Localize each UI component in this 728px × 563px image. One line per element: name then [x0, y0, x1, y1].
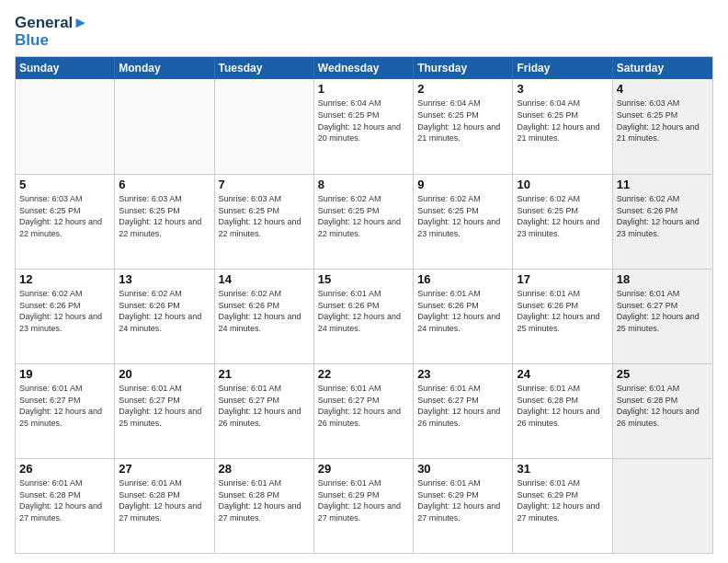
cal-cell-day-2: 2Sunrise: 6:04 AM Sunset: 6:25 PM Daylig…: [414, 79, 513, 174]
day-info: Sunrise: 6:01 AM Sunset: 6:28 PM Dayligh…: [617, 383, 709, 429]
day-info: Sunrise: 6:01 AM Sunset: 6:29 PM Dayligh…: [517, 477, 608, 523]
calendar-body: 1Sunrise: 6:04 AM Sunset: 6:25 PM Daylig…: [16, 79, 712, 553]
cal-cell-day-27: 27Sunrise: 6:01 AM Sunset: 6:28 PM Dayli…: [115, 459, 214, 553]
day-number: 2: [417, 82, 508, 96]
header: General► Blue: [15, 15, 713, 49]
day-info: Sunrise: 6:02 AM Sunset: 6:26 PM Dayligh…: [617, 193, 709, 239]
day-number: 8: [318, 178, 409, 191]
day-number: 18: [617, 272, 709, 286]
day-number: 30: [417, 462, 508, 476]
cal-cell-day-17: 17Sunrise: 6:01 AM Sunset: 6:26 PM Dayli…: [513, 270, 612, 363]
cal-cell-day-18: 18Sunrise: 6:01 AM Sunset: 6:27 PM Dayli…: [613, 270, 712, 363]
cal-cell-day-8: 8Sunrise: 6:02 AM Sunset: 6:25 PM Daylig…: [314, 175, 414, 269]
cal-cell-day-31: 31Sunrise: 6:01 AM Sunset: 6:29 PM Dayli…: [513, 459, 612, 553]
day-info: Sunrise: 6:03 AM Sunset: 6:25 PM Dayligh…: [119, 193, 210, 239]
day-number: 14: [219, 272, 310, 286]
day-info: Sunrise: 6:02 AM Sunset: 6:25 PM Dayligh…: [417, 193, 508, 239]
cal-cell-day-3: 3Sunrise: 6:04 AM Sunset: 6:25 PM Daylig…: [513, 79, 612, 174]
day-number: 9: [417, 178, 508, 191]
day-number: 7: [219, 178, 310, 191]
cal-cell-day-12: 12Sunrise: 6:02 AM Sunset: 6:26 PM Dayli…: [16, 270, 115, 363]
day-info: Sunrise: 6:02 AM Sunset: 6:26 PM Dayligh…: [219, 288, 310, 334]
day-info: Sunrise: 6:01 AM Sunset: 6:27 PM Dayligh…: [417, 383, 508, 429]
day-info: Sunrise: 6:01 AM Sunset: 6:28 PM Dayligh…: [119, 477, 210, 523]
day-info: Sunrise: 6:02 AM Sunset: 6:25 PM Dayligh…: [517, 193, 608, 239]
day-number: 19: [19, 367, 110, 381]
day-info: Sunrise: 6:04 AM Sunset: 6:25 PM Dayligh…: [517, 98, 608, 144]
day-number: 3: [517, 82, 608, 96]
header-day-monday: Monday: [115, 57, 214, 79]
day-number: 23: [417, 367, 508, 381]
cal-cell-day-21: 21Sunrise: 6:01 AM Sunset: 6:27 PM Dayli…: [215, 364, 314, 458]
cal-cell-day-24: 24Sunrise: 6:01 AM Sunset: 6:28 PM Dayli…: [513, 364, 612, 458]
cal-cell-day-4: 4Sunrise: 6:03 AM Sunset: 6:25 PM Daylig…: [613, 79, 712, 174]
day-info: Sunrise: 6:01 AM Sunset: 6:28 PM Dayligh…: [517, 383, 608, 429]
day-number: 28: [219, 462, 310, 476]
day-number: 27: [119, 462, 210, 476]
day-number: 12: [19, 272, 110, 286]
day-info: Sunrise: 6:03 AM Sunset: 6:25 PM Dayligh…: [617, 98, 709, 144]
day-info: Sunrise: 6:01 AM Sunset: 6:29 PM Dayligh…: [318, 477, 409, 523]
day-number: 1: [318, 82, 409, 96]
day-number: 20: [119, 367, 210, 381]
day-number: 31: [517, 462, 608, 476]
header-day-sunday: Sunday: [16, 57, 115, 79]
page: General► Blue SundayMondayTuesdayWednesd…: [0, 0, 728, 563]
day-number: 24: [517, 367, 608, 381]
calendar: SundayMondayTuesdayWednesdayThursdayFrid…: [15, 56, 713, 554]
day-info: Sunrise: 6:01 AM Sunset: 6:27 PM Dayligh…: [19, 383, 110, 429]
cal-cell-day-25: 25Sunrise: 6:01 AM Sunset: 6:28 PM Dayli…: [613, 364, 712, 458]
header-day-thursday: Thursday: [414, 57, 513, 79]
cal-cell-day-19: 19Sunrise: 6:01 AM Sunset: 6:27 PM Dayli…: [16, 364, 115, 458]
cal-cell-day-22: 22Sunrise: 6:01 AM Sunset: 6:27 PM Dayli…: [314, 364, 414, 458]
day-info: Sunrise: 6:03 AM Sunset: 6:25 PM Dayligh…: [19, 193, 110, 239]
cal-cell-day-6: 6Sunrise: 6:03 AM Sunset: 6:25 PM Daylig…: [115, 175, 214, 269]
cal-cell-day-7: 7Sunrise: 6:03 AM Sunset: 6:25 PM Daylig…: [215, 175, 314, 269]
day-number: 4: [617, 82, 709, 96]
day-info: Sunrise: 6:01 AM Sunset: 6:28 PM Dayligh…: [19, 477, 110, 523]
cal-cell-empty: [115, 79, 214, 174]
day-info: Sunrise: 6:02 AM Sunset: 6:25 PM Dayligh…: [318, 193, 409, 239]
cal-cell-day-29: 29Sunrise: 6:01 AM Sunset: 6:29 PM Dayli…: [314, 459, 414, 553]
header-day-friday: Friday: [513, 57, 612, 79]
header-day-wednesday: Wednesday: [314, 57, 414, 79]
day-info: Sunrise: 6:02 AM Sunset: 6:26 PM Dayligh…: [119, 288, 210, 334]
day-info: Sunrise: 6:01 AM Sunset: 6:29 PM Dayligh…: [417, 477, 508, 523]
day-info: Sunrise: 6:01 AM Sunset: 6:27 PM Dayligh…: [219, 383, 310, 429]
cal-cell-day-5: 5Sunrise: 6:03 AM Sunset: 6:25 PM Daylig…: [16, 175, 115, 269]
day-number: 10: [517, 178, 608, 191]
logo: General► Blue: [15, 15, 88, 49]
day-number: 29: [318, 462, 409, 476]
week-row-4: 19Sunrise: 6:01 AM Sunset: 6:27 PM Dayli…: [16, 363, 712, 458]
week-row-3: 12Sunrise: 6:02 AM Sunset: 6:26 PM Dayli…: [16, 269, 712, 363]
week-row-5: 26Sunrise: 6:01 AM Sunset: 6:28 PM Dayli…: [16, 458, 712, 553]
week-row-1: 1Sunrise: 6:04 AM Sunset: 6:25 PM Daylig…: [16, 79, 712, 174]
cal-cell-day-16: 16Sunrise: 6:01 AM Sunset: 6:26 PM Dayli…: [414, 270, 513, 363]
day-number: 22: [318, 367, 409, 381]
day-info: Sunrise: 6:01 AM Sunset: 6:27 PM Dayligh…: [617, 288, 709, 334]
day-info: Sunrise: 6:01 AM Sunset: 6:28 PM Dayligh…: [219, 477, 310, 523]
cal-cell-day-10: 10Sunrise: 6:02 AM Sunset: 6:25 PM Dayli…: [513, 175, 612, 269]
day-info: Sunrise: 6:01 AM Sunset: 6:27 PM Dayligh…: [119, 383, 210, 429]
header-day-saturday: Saturday: [613, 57, 712, 79]
day-number: 5: [19, 178, 110, 191]
cal-cell-empty: [613, 459, 712, 553]
day-number: 17: [517, 272, 608, 286]
cal-cell-day-9: 9Sunrise: 6:02 AM Sunset: 6:25 PM Daylig…: [414, 175, 513, 269]
calendar-header: SundayMondayTuesdayWednesdayThursdayFrid…: [16, 57, 712, 79]
cal-cell-day-13: 13Sunrise: 6:02 AM Sunset: 6:26 PM Dayli…: [115, 270, 214, 363]
cal-cell-day-30: 30Sunrise: 6:01 AM Sunset: 6:29 PM Dayli…: [414, 459, 513, 553]
cal-cell-day-28: 28Sunrise: 6:01 AM Sunset: 6:28 PM Dayli…: [215, 459, 314, 553]
cal-cell-day-23: 23Sunrise: 6:01 AM Sunset: 6:27 PM Dayli…: [414, 364, 513, 458]
day-number: 13: [119, 272, 210, 286]
day-info: Sunrise: 6:04 AM Sunset: 6:25 PM Dayligh…: [417, 98, 508, 144]
day-number: 16: [417, 272, 508, 286]
cal-cell-day-15: 15Sunrise: 6:01 AM Sunset: 6:26 PM Dayli…: [314, 270, 414, 363]
header-day-tuesday: Tuesday: [215, 57, 314, 79]
day-number: 6: [119, 178, 210, 191]
day-info: Sunrise: 6:02 AM Sunset: 6:26 PM Dayligh…: [19, 288, 110, 334]
day-info: Sunrise: 6:01 AM Sunset: 6:26 PM Dayligh…: [318, 288, 409, 334]
week-row-2: 5Sunrise: 6:03 AM Sunset: 6:25 PM Daylig…: [16, 174, 712, 269]
day-number: 25: [617, 367, 709, 381]
cal-cell-day-11: 11Sunrise: 6:02 AM Sunset: 6:26 PM Dayli…: [613, 175, 712, 269]
